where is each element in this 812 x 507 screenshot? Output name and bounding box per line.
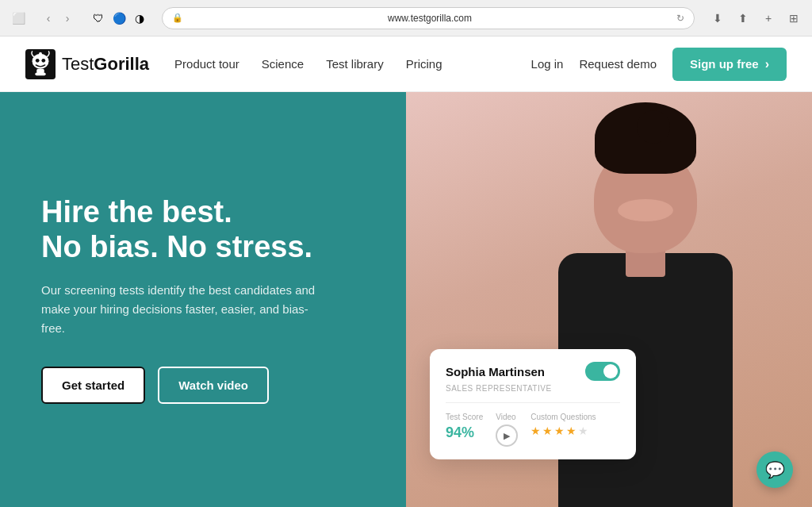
- login-link[interactable]: Log in: [531, 57, 564, 71]
- refresh-icon[interactable]: ↻: [676, 13, 684, 24]
- lock-icon: 🔒: [172, 13, 183, 23]
- hero-section: Hire the best. No bias. No stress. Our s…: [0, 92, 812, 507]
- video-item: Video ▶: [496, 413, 518, 447]
- test-score-item: Test score 94%: [446, 413, 483, 441]
- privacy-icon-2: ◑: [132, 10, 147, 26]
- address-bar[interactable]: 🔒 www.testgorilla.com ↻: [162, 7, 695, 29]
- url-display: www.testgorilla.com: [188, 13, 672, 24]
- custom-questions-item: Custom questions ★ ★ ★ ★ ★: [530, 413, 596, 437]
- logo[interactable]: TestGorilla: [25, 49, 149, 79]
- nav-test-library[interactable]: Test library: [326, 57, 384, 71]
- card-header: Sophia Martinsen: [446, 362, 620, 381]
- svg-point-2: [36, 58, 40, 62]
- privacy-icon: 🔵: [111, 10, 127, 26]
- nav-science[interactable]: Science: [262, 57, 304, 71]
- candidate-name: Sophia Martinsen: [446, 365, 545, 378]
- back-button[interactable]: ‹: [40, 10, 57, 27]
- watch-video-button[interactable]: Watch video: [158, 367, 269, 404]
- nav-pricing[interactable]: Pricing: [406, 57, 442, 71]
- card-toggle[interactable]: [585, 362, 620, 381]
- forward-button[interactable]: ›: [59, 10, 76, 27]
- star-rating: ★ ★ ★ ★ ★: [530, 424, 596, 437]
- arrow-icon: ›: [765, 57, 769, 71]
- request-demo-link[interactable]: Request demo: [579, 57, 657, 71]
- candidate-role: Sales Representative: [446, 384, 620, 393]
- star-5-empty: ★: [578, 424, 588, 437]
- hero-left: Hire the best. No bias. No stress. Our s…: [0, 92, 406, 507]
- hero-subtext: Our screening tests identify the best ca…: [41, 281, 327, 338]
- chat-button[interactable]: 💬: [756, 451, 793, 488]
- svg-point-3: [41, 58, 45, 62]
- grid-icon[interactable]: ⊞: [785, 10, 802, 27]
- star-1: ★: [530, 424, 541, 437]
- star-2: ★: [542, 424, 553, 437]
- hero-buttons: Get started Watch video: [41, 367, 365, 404]
- custom-questions-label: Custom questions: [530, 413, 596, 421]
- svg-rect-6: [35, 72, 45, 75]
- shield-icon: 🛡: [90, 10, 106, 26]
- logo-text: TestGorilla: [62, 54, 149, 75]
- video-label: Video: [496, 413, 518, 421]
- nav-links: Product tour Science Test library Pricin…: [174, 57, 531, 71]
- new-tab-icon[interactable]: +: [760, 10, 777, 27]
- nav-product-tour[interactable]: Product tour: [174, 57, 239, 71]
- video-play-button[interactable]: ▶: [496, 424, 518, 447]
- logo-icon: [25, 49, 56, 79]
- test-score-value: 94%: [446, 424, 483, 441]
- sidebar-toggle[interactable]: ⬜: [10, 10, 27, 27]
- nav-right: Log in Request demo Sign up free ›: [531, 48, 787, 81]
- hero-headline: Hire the best. No bias. No stress.: [41, 195, 365, 264]
- card-scores: Test score 94% Video ▶ Custom questions …: [446, 413, 620, 447]
- browser-chrome: ⬜ ‹ › 🛡 🔵 ◑ 🔒 www.testgorilla.com ↻ ⬇ ⬆ …: [0, 0, 812, 36]
- card-divider: [446, 402, 620, 403]
- candidate-card: Sophia Martinsen Sales Representative Te…: [430, 349, 636, 459]
- chat-icon: 💬: [765, 460, 785, 479]
- hero-right: Sophia Martinsen Sales Representative Te…: [406, 92, 812, 507]
- test-score-label: Test score: [446, 413, 483, 421]
- toggle-knob: [603, 364, 618, 378]
- download-icon[interactable]: ⬇: [709, 10, 726, 27]
- navbar: TestGorilla Product tour Science Test li…: [0, 36, 812, 92]
- svg-rect-4: [39, 52, 42, 56]
- star-4: ★: [566, 424, 576, 437]
- get-started-button[interactable]: Get started: [41, 367, 145, 404]
- signup-button[interactable]: Sign up free ›: [672, 48, 787, 81]
- star-3: ★: [554, 424, 565, 437]
- share-icon[interactable]: ⬆: [734, 10, 752, 27]
